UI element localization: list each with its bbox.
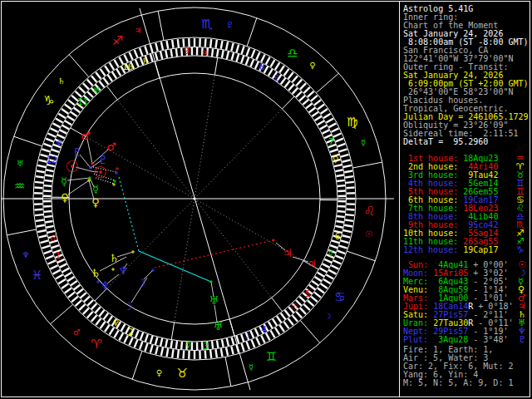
panel-text: 3Aqu28 [428, 335, 468, 344]
panel-text: Plut: [403, 335, 428, 344]
astrolog-screen: ♈♂♉♀♊☿♋☽♌☉♍☿♎♀♏♇♐♃♑♄♒♅♓♆1♂2♀3☿4☽5☉6☿7♀8♇… [0, 0, 532, 399]
house-row-12: 12th house: 19Cap17♑ [403, 246, 498, 254]
panel-text: DeltaT = 95.2960 [403, 137, 488, 146]
panel-text: 12th house: [403, 245, 458, 254]
panel-text: M: 5, N: 5, A: 9, D: 1 [403, 378, 513, 387]
house-row-12-sign-icon: ♑ [516, 245, 525, 254]
planet-row-pluto-sign-icon: ♇ [518, 335, 526, 344]
panel-text: 19Cap17 [458, 245, 498, 254]
planet-row-pluto: Plut: 3Aqu28 - 3°48'♇ [403, 336, 508, 344]
info-panel: Astrolog 5.41GInner ring:Chart of the Mo… [0, 0, 532, 399]
panel-text: - 3°48' [468, 335, 508, 344]
delta-t: DeltaT = 95.2960 [403, 138, 488, 146]
stat-hemispheres: M: 5, N: 5, A: 9, D: 1 [403, 379, 513, 387]
